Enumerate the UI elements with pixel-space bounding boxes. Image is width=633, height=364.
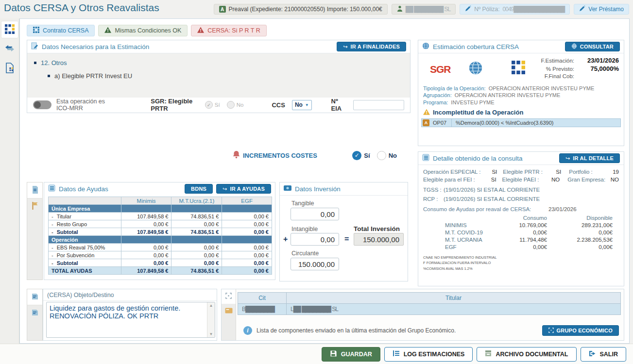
incompletitud-code: OP07: [430, 119, 452, 127]
ayudas-tab-document[interactable]: [27, 182, 42, 199]
total-inversion-label: Total Inversión: [354, 225, 400, 232]
page-title: Datos CERSA y Otros Reavalistas: [4, 2, 159, 14]
inversion-title: Datos Inversión: [295, 185, 341, 193]
cobertura-title: Estimación cobertura CERSA: [433, 43, 519, 50]
info-icon: i: [243, 326, 252, 335]
sgr-si-label: Sí: [215, 102, 220, 108]
tab-contrato-cersa[interactable]: Contrato CERSA: [27, 25, 95, 36]
badge-cersa-label: CERSA: Si P R T R: [207, 27, 260, 34]
ico-mrr-toggle[interactable]: [33, 100, 51, 109]
globe-icon: [422, 42, 429, 51]
doc-pencil-icon: [31, 42, 38, 51]
objeto-side-strip: [27, 289, 43, 341]
bullet-icon: [48, 75, 50, 77]
sgr-logo: SGR: [430, 64, 451, 75]
componentes-table: Cit Titular B████████ L██ ████████ SL: [238, 292, 621, 315]
incompletitud-title-row: Incompletitud de la Operación: [423, 109, 624, 116]
objeto-title: (CERSA) Objeto/Destino: [43, 289, 217, 301]
warning-triangle-icon: [104, 27, 111, 34]
consumo-title-row: Consumo de Ayudas por reaval de CERSA: 2…: [423, 206, 619, 212]
total-row: TOTAL AYUDAS 107.849,58 € 74.836,51 € 0,…: [49, 267, 272, 275]
poliza-badge[interactable]: Nº Póliza: 0049██████████████: [460, 4, 570, 15]
detalle-header: Detalle obtenido de la consulta ↪ IR AL …: [418, 152, 624, 165]
preaval-a-icon: A: [219, 6, 226, 13]
bdns-button[interactable]: BDNS: [185, 184, 213, 194]
ir-a-finalidades-button[interactable]: ↪ IR A FINALIDADES: [337, 42, 406, 51]
ver-prestamo-label: Ver Préstamo: [588, 6, 624, 13]
severity-a-icon: A: [423, 119, 429, 126]
detalle-title: Detalle obtenido de la consulta: [433, 155, 523, 162]
ico-mrr-label: Esta operación es ICO-MRR: [56, 98, 118, 112]
objeto-tab-note1[interactable]: [27, 289, 42, 305]
grupo-economico-button[interactable]: GRUPO ECONÓMICO: [542, 325, 619, 336]
consumo-date: 23/01/2026: [548, 206, 577, 212]
cash-icon: [284, 185, 291, 193]
sgr-si-radio[interactable]: ✓: [205, 101, 213, 109]
scroll-up-icon[interactable]: ▲: [209, 303, 213, 308]
badge-mismas-condiciones: Mismas Condiciones OK: [98, 25, 188, 36]
section-row: Operación: [49, 236, 272, 244]
table-header-row: Minimis M.T.Ucra.(2.1) EGF: [49, 197, 272, 205]
section-row: Única Empresa: [49, 205, 272, 213]
circulante-input[interactable]: [291, 258, 339, 270]
preaval-badge: A Preaval (Expediente: 210000020550) Imp…: [214, 4, 388, 15]
datos-necesarios-panel: Datos Necesarios para la Estimación ↪ IR…: [27, 40, 411, 113]
ir-al-detalle-button[interactable]: ↪ IR AL DETALLE: [559, 153, 620, 163]
incompletitud-row[interactable]: A OP07 %Demora(0.0000) < %IntCuadro(3.63…: [421, 118, 621, 127]
consumo-header-row: Consumo Disponible: [423, 215, 619, 221]
bullet-icon: [34, 62, 36, 64]
sidebar-item-cersa-grid[interactable]: [1, 21, 18, 38]
cobertura-header: Estimación cobertura CERSA CONSULTAR: [418, 40, 624, 53]
objeto-textarea[interactable]: Liquidez para gastos de gestión corrient…: [47, 302, 207, 337]
sgr-no-radio[interactable]: [227, 101, 235, 109]
objeto-textarea-wrap: Liquidez para gastos de gestión corrient…: [46, 302, 215, 338]
guardar-button[interactable]: GUARDAR: [322, 347, 380, 362]
objeto-tab-note2[interactable]: [27, 305, 42, 321]
consultar-button[interactable]: CONSULTAR: [565, 42, 620, 51]
componentes-panel: Cit Titular B████████ L██ ████████ SL i …: [221, 289, 624, 341]
estimation-controls-row: Esta operación es ICO-MRR SGR: Elegible …: [27, 97, 410, 113]
table-row: EBS Reaval 75,00% 0,00 € 0,00 € 0,00 €: [49, 244, 272, 251]
incrementos-no-checkbox[interactable]: [377, 151, 386, 160]
subtotal-row: Subtotal 107.849,58 € 74.836,51 € 0,00 €: [49, 228, 272, 236]
incrementos-si-checkbox[interactable]: ✓: [352, 151, 361, 160]
archivo-documental-button[interactable]: ARCHIVO DOCUMENTAL: [477, 347, 576, 362]
company-badge: ██ ████████ SL: [392, 4, 456, 15]
plus-sign: +: [283, 235, 288, 244]
sidebar-item-document[interactable]: [1, 60, 18, 77]
detalle-notes: CNAE NO EMPRENDIMIENTO INDUSTRIAL F FORM…: [423, 255, 624, 271]
table-row: Resto Grupo 0,00 € 0,00 € 0,00 €: [49, 220, 272, 228]
intangible-input[interactable]: [291, 233, 339, 246]
objeto-destino-panel: (CERSA) Objeto/Destino Liquidez para gas…: [43, 289, 217, 341]
eia-input[interactable]: [353, 100, 404, 110]
ver-prestamo-button[interactable]: Ver Préstamo: [574, 4, 629, 15]
ccs-select[interactable]: No▼: [292, 100, 312, 110]
componentes-tab-expand[interactable]: [222, 289, 236, 304]
header-badges: A Preaval (Expediente: 210000020550) Imp…: [214, 4, 629, 15]
subtotal-row: Subtotal 0,00 € 0,00 € 0,00 €: [49, 259, 272, 267]
log-estimaciones-button[interactable]: LOG ESTIMACIONES: [384, 347, 473, 362]
ir-a-ayudas-button[interactable]: ↪ IR A AYUDAS: [216, 184, 271, 194]
salir-button[interactable]: SALIR: [581, 347, 627, 362]
incrementos-no-label: No: [389, 152, 397, 159]
cobertura-panel: Estimación cobertura CERSA CONSULTAR SGR…: [418, 40, 624, 146]
tangible-input[interactable]: [291, 208, 339, 220]
componentes-tab-card[interactable]: [222, 304, 236, 318]
consumo-row: EGF 0,00€ 0,00€: [423, 244, 619, 250]
componentes-info-row: i Lista de componentes enviado en la últ…: [243, 325, 619, 336]
scrollbar[interactable]: ▲ ▼: [207, 302, 215, 337]
cell-titular: L██ ████████ SL: [287, 304, 621, 315]
ayudas-side-strip: [27, 182, 43, 280]
table-row[interactable]: B████████ L██ ████████ SL: [238, 304, 621, 315]
blue-document-icon: [31, 185, 39, 196]
datos-necesarios-title: Datos Necesarios para la Estimación: [42, 43, 149, 50]
ayudas-header: Datos de Ayudas BDNS ↪ IR A AYUDAS: [44, 182, 275, 195]
col-cit: Cit: [238, 293, 287, 304]
incrementos-costes-row: INCREMENTOS COSTES ✓ Sí No: [233, 149, 404, 162]
detalle-fields-row: Elegible para el FEI : SI Elegible PAEI …: [423, 177, 619, 182]
info-line: Tipología de la Operación: OPERACION ANT…: [423, 85, 624, 91]
detalle-panel: Detalle obtenido de la consulta ↪ IR AL …: [418, 151, 624, 286]
sidebar-item-exchange[interactable]: [1, 41, 18, 57]
ayudas-tab-flag[interactable]: [27, 199, 42, 215]
scroll-down-icon[interactable]: ▼: [209, 332, 213, 336]
